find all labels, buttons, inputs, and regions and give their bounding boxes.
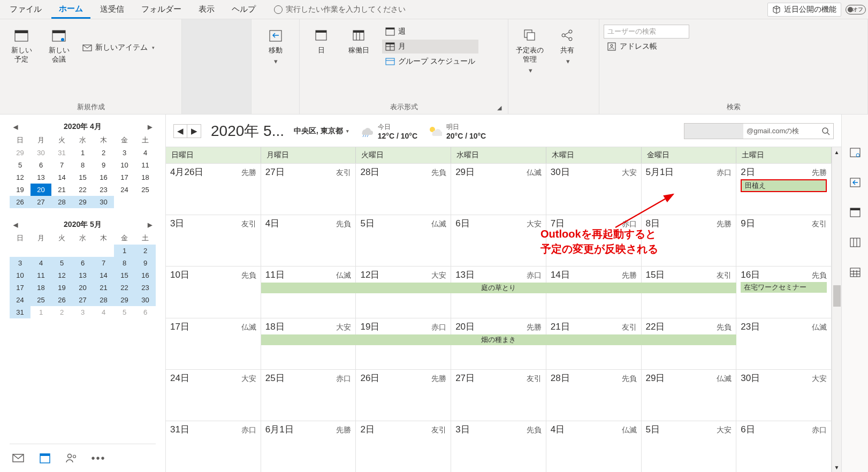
mini-day[interactable]: 30 (31, 147, 51, 159)
mini-day[interactable]: 28 (51, 196, 72, 208)
calendar-event[interactable]: 在宅ワークセミナー (741, 282, 827, 293)
nav-more-icon[interactable]: ••• (92, 452, 105, 465)
mini-day[interactable]: 20 (31, 184, 51, 196)
mini-day[interactable]: 4 (93, 306, 114, 318)
mini-day[interactable]: 15 (72, 171, 93, 184)
day-view-button[interactable]: 日 (304, 25, 338, 57)
tab-home[interactable]: ホーム (51, 1, 90, 19)
calendar-cell[interactable]: 6日赤口 (736, 421, 832, 472)
mini-day[interactable]: 23 (93, 184, 114, 196)
calendar-cell[interactable]: 17日仏滅 (166, 318, 261, 369)
mini-next-button[interactable]: ▶ (146, 221, 154, 229)
mini-day[interactable]: 27 (72, 294, 93, 306)
calendar-cell[interactable]: 5月1日赤口 (642, 164, 737, 215)
calendar-week-icon[interactable] (849, 237, 861, 248)
mini-day[interactable]: 6 (31, 159, 51, 171)
mini-day[interactable]: 25 (135, 184, 156, 196)
mini-day[interactable]: 19 (51, 281, 72, 294)
mini-day[interactable] (51, 245, 72, 257)
mini-day[interactable]: 13 (31, 171, 51, 184)
manage-calendars-button[interactable]: 予定表の 管理▾ (513, 25, 547, 78)
mini-day[interactable]: 4 (135, 147, 156, 159)
calendar-day-icon[interactable] (849, 207, 861, 218)
mini-day[interactable] (72, 245, 93, 257)
tab-help[interactable]: ヘルプ (224, 1, 263, 18)
tell-me-search[interactable]: 実行したい作業を入力してください (274, 5, 406, 14)
mini-day[interactable]: 13 (72, 269, 93, 281)
calendar-cell[interactable]: 28日先負 (356, 164, 451, 215)
mini-day[interactable]: 27 (31, 196, 51, 208)
mini-day[interactable]: 2 (93, 147, 114, 159)
mini-day[interactable]: 31 (10, 306, 31, 318)
mini-day[interactable]: 2 (51, 306, 72, 318)
next-month-button[interactable]: ▶ (187, 124, 201, 138)
calendar-cell[interactable]: 23日仏滅 (736, 318, 832, 369)
calendar-cell[interactable]: 31日赤口 (166, 421, 261, 472)
calendar-event[interactable]: 庭の草とり (261, 283, 736, 293)
mini-day[interactable]: 3 (72, 306, 93, 318)
calendar-cell[interactable]: 6日大安 (451, 215, 546, 266)
mini-day[interactable]: 1 (31, 306, 51, 318)
mini-day[interactable]: 28 (93, 294, 114, 306)
mini-day[interactable]: 16 (135, 269, 156, 281)
mini-day[interactable]: 10 (114, 159, 135, 171)
mini-day[interactable]: 30 (93, 196, 114, 208)
mini-day[interactable]: 1 (114, 245, 135, 257)
calendar-cell[interactable]: 3日先負 (451, 421, 546, 472)
mini-day[interactable]: 30 (135, 294, 156, 306)
scroll-down-icon[interactable]: ▼ (832, 462, 841, 472)
mini-day[interactable]: 4 (31, 257, 51, 269)
tab-folder[interactable]: フォルダー (134, 1, 189, 18)
mini-day[interactable]: 11 (135, 159, 156, 171)
tab-file[interactable]: ファイル (2, 1, 49, 18)
mini-next-button[interactable]: ▶ (146, 123, 154, 131)
nav-people-icon[interactable] (65, 452, 78, 465)
new-meeting-button[interactable]: 新しい 会議 (42, 25, 76, 66)
mini-day[interactable]: 8 (114, 257, 135, 269)
mini-day[interactable]: 24 (10, 294, 31, 306)
group-schedule-button[interactable]: グループ スケジュール (382, 55, 478, 68)
calendar-cell[interactable]: 27日友引 (451, 370, 546, 421)
workweek-view-button[interactable]: 稼働日 (341, 25, 376, 57)
calendar-back-icon[interactable] (849, 177, 861, 188)
mini-day[interactable]: 21 (93, 281, 114, 294)
share-button[interactable]: 共有▾ (550, 25, 584, 68)
mini-day[interactable]: 21 (51, 184, 72, 196)
new-items-button[interactable]: 新しいアイテム ▾ (79, 41, 158, 55)
calendar-cell[interactable]: 30日大安 (736, 370, 832, 421)
calendar-cell[interactable]: 27日友引 (261, 164, 356, 215)
calendar-cell[interactable]: 4月26日先勝 (166, 164, 261, 215)
weather-today[interactable]: 今日12°C / 10°C (359, 123, 417, 140)
calendar-cell[interactable]: 6月1日先勝 (261, 421, 356, 472)
calendar-cell[interactable]: 28日先負 (546, 370, 642, 421)
month-view-button[interactable]: 月 (382, 40, 478, 54)
mini-day[interactable]: 16 (93, 171, 114, 184)
mini-day[interactable]: 29 (72, 196, 93, 208)
mini-day[interactable]: 31 (51, 147, 72, 159)
location-selector[interactable]: 中央区, 東京都▾ (294, 126, 349, 136)
calendar-cell[interactable]: 16日先負在宅ワークセミナー (736, 267, 832, 317)
calendar-cell[interactable]: 30日大安 (546, 164, 642, 215)
calendar-cell[interactable]: 8日先勝 (642, 215, 737, 266)
scroll-thumb[interactable] (833, 285, 841, 307)
mini-day[interactable]: 5 (51, 257, 72, 269)
week-view-button[interactable]: 週 (382, 25, 478, 39)
search-people-input[interactable]: ユーザーの検索 (604, 25, 689, 39)
mini-day[interactable]: 3 (114, 147, 135, 159)
mini-day[interactable]: 14 (51, 171, 72, 184)
mini-day[interactable]: 22 (72, 184, 93, 196)
calendar-cell[interactable]: 7日赤口 (546, 215, 642, 266)
mini-day[interactable]: 12 (51, 269, 72, 281)
calendar-cell[interactable]: 25日赤口 (261, 370, 356, 421)
dialog-launcher-icon[interactable]: ◢ (496, 104, 502, 111)
goto-button[interactable]: 移動▾ (258, 25, 293, 68)
calendar-cell[interactable]: 5日仏滅 (356, 215, 451, 266)
calendar-cell[interactable]: 4日仏滅 (546, 421, 642, 472)
mini-day[interactable]: 29 (114, 294, 135, 306)
mini-day[interactable]: 26 (51, 294, 72, 306)
mini-day[interactable]: 29 (10, 147, 31, 159)
calendar-cell[interactable]: 2日先勝田植え (736, 164, 832, 215)
mini-day[interactable]: 23 (135, 281, 156, 294)
mini-day[interactable]: 11 (31, 269, 51, 281)
mini-day[interactable]: 9 (135, 257, 156, 269)
